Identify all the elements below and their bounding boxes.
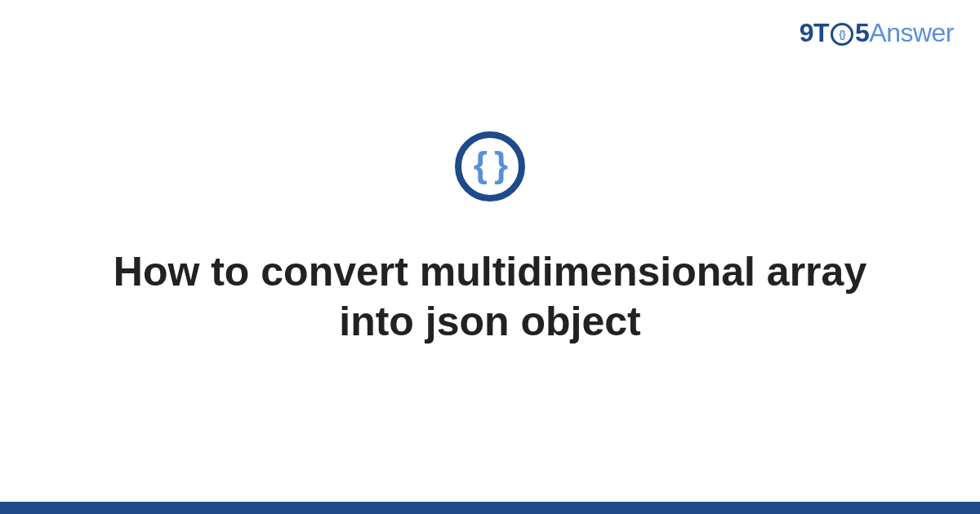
page-title: How to convert multidimensional array in…	[102, 247, 878, 347]
json-braces-icon: { }	[474, 147, 506, 183]
main-content: { } How to convert multidimensional arra…	[0, 0, 980, 502]
content-inner: { } How to convert multidimensional arra…	[102, 131, 878, 347]
footer-accent-bar	[0, 502, 980, 514]
topic-icon-circle: { }	[455, 131, 525, 202]
